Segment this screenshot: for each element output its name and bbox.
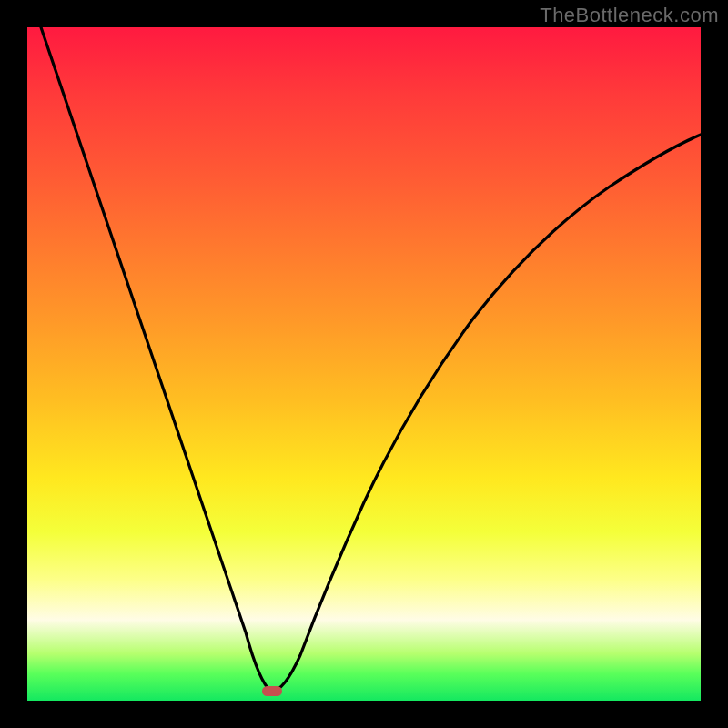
minimum-marker <box>262 686 282 696</box>
curve-path <box>41 27 701 692</box>
plot-area <box>27 27 701 701</box>
watermark-text: TheBottleneck.com <box>540 4 719 27</box>
chart-frame: TheBottleneck.com <box>0 0 728 728</box>
bottleneck-curve <box>27 27 701 701</box>
